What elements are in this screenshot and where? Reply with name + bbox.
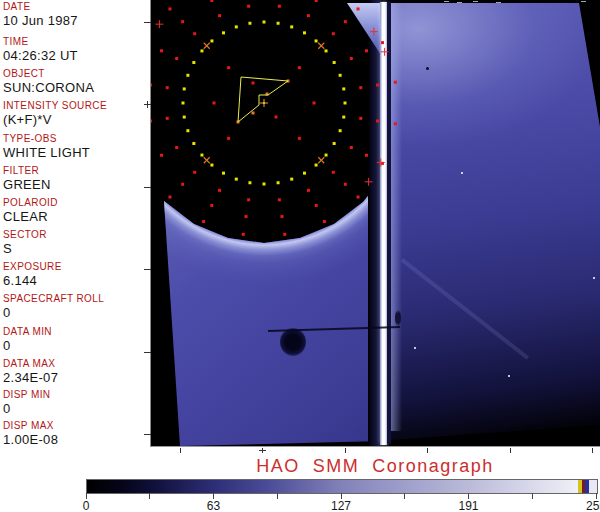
field-label: POLAROID bbox=[3, 198, 149, 208]
frame-tick-left bbox=[144, 352, 151, 353]
calibration-dot bbox=[290, 25, 293, 28]
calibration-dot bbox=[359, 86, 362, 89]
field-label: FILTER bbox=[3, 166, 149, 176]
field-value: 0 bbox=[3, 339, 149, 352]
calibration-dot bbox=[283, 233, 286, 236]
frame-tick-bottom bbox=[510, 448, 511, 453]
calibration-dot bbox=[298, 137, 301, 140]
metadata-field: SECTORS bbox=[3, 230, 149, 255]
calibration-dot bbox=[376, 119, 379, 122]
white-speck bbox=[461, 172, 463, 174]
frame-tick-left bbox=[144, 187, 151, 188]
field-label: SECTOR bbox=[3, 230, 149, 240]
field-value: SUN:CORONA bbox=[3, 81, 149, 94]
calibration-dot bbox=[248, 22, 251, 25]
calibration-dot bbox=[166, 117, 169, 120]
colorbar-tick bbox=[277, 493, 278, 499]
field-label: OBJECT bbox=[3, 69, 149, 79]
calibration-dot bbox=[222, 172, 225, 175]
metadata-field: TYPE-OBSWHITE LIGHT bbox=[3, 134, 149, 159]
calibration-dot bbox=[235, 178, 238, 181]
field-value: 0 bbox=[3, 402, 149, 415]
field-label: DISP MAX bbox=[3, 421, 149, 431]
colorbar-tick-label: 63 bbox=[194, 499, 234, 512]
calibration-dot bbox=[242, 233, 245, 236]
calibration-dot bbox=[252, 112, 255, 115]
calibration-dot bbox=[168, 196, 171, 199]
calibration-dot bbox=[394, 122, 397, 125]
field-value: 1.00E-08 bbox=[3, 433, 149, 446]
field-label: SPACECRAFT ROLL bbox=[3, 294, 149, 304]
calibration-dot bbox=[210, 164, 213, 167]
metadata-sidebar: DATE10 Jun 1987TIME04:26:32 UTOBJECTSUN:… bbox=[0, 0, 150, 455]
metadata-field: DISP MIN0 bbox=[3, 390, 149, 415]
calibration-dot bbox=[192, 142, 195, 145]
calibration-dot bbox=[218, 189, 221, 192]
field-value: 10 Jun 1987 bbox=[3, 14, 149, 27]
frame-tick-left-plus bbox=[147, 101, 148, 108]
calibration-dot bbox=[315, 164, 318, 167]
metadata-field: SPACECRAFT ROLL0 bbox=[3, 294, 149, 319]
calibration-dot bbox=[222, 31, 225, 34]
calibration-dot bbox=[183, 87, 186, 90]
calibration-dot bbox=[339, 129, 342, 132]
noise-dash bbox=[473, 1, 478, 2]
white-speck bbox=[593, 277, 595, 279]
calibration-dot bbox=[333, 61, 336, 64]
metadata-field: INTENSITY SOURCE(K+F)*V bbox=[3, 101, 149, 126]
colorbar-tick-label: 127 bbox=[321, 499, 361, 512]
field-value: CLEAR bbox=[3, 210, 149, 223]
calibration-dot bbox=[359, 117, 362, 120]
calibration-markers bbox=[151, 0, 600, 447]
field-value: 6.144 bbox=[3, 274, 149, 287]
calibration-dot bbox=[313, 102, 316, 105]
calibration-dot bbox=[277, 22, 280, 25]
calibration-dot bbox=[263, 102, 265, 104]
calibration-dot bbox=[344, 183, 347, 186]
frame-tick-bottom bbox=[592, 448, 593, 453]
colorbar-tick bbox=[149, 493, 150, 499]
metadata-field: DATA MIN0 bbox=[3, 327, 149, 352]
frame-tick-left bbox=[144, 22, 151, 23]
calibration-dot bbox=[166, 86, 169, 89]
noise-dash bbox=[496, 2, 501, 3]
calibration-dot bbox=[342, 87, 345, 90]
colorbar-tick-label: 0 bbox=[66, 499, 106, 512]
calibration-dot bbox=[325, 154, 328, 157]
colorbar-tick bbox=[404, 493, 405, 499]
frame-tick-bottom bbox=[345, 448, 346, 453]
field-label: DISP MIN bbox=[3, 390, 149, 400]
colorbar-stripe bbox=[589, 480, 597, 493]
calibration-dot bbox=[218, 14, 221, 17]
frame-tick-bottom bbox=[427, 448, 428, 453]
calibration-dot bbox=[235, 25, 238, 28]
frame-tick-left bbox=[144, 434, 151, 435]
field-value: (K+F)*V bbox=[3, 113, 149, 126]
calibration-dot bbox=[325, 49, 328, 52]
metadata-field: DATA MAX2.34E-07 bbox=[3, 359, 149, 384]
calibration-dot bbox=[175, 146, 178, 149]
calibration-dot bbox=[181, 20, 184, 23]
metadata-field: TIME04:26:32 UT bbox=[3, 37, 149, 62]
calibration-dot bbox=[365, 49, 368, 52]
colorbar-tick-label: 191 bbox=[449, 499, 489, 512]
calibration-dot bbox=[277, 181, 280, 184]
calibration-dot bbox=[280, 215, 283, 218]
coronagraph-image bbox=[150, 0, 600, 447]
calibration-dot bbox=[303, 172, 306, 175]
calibration-dot bbox=[160, 154, 163, 157]
calibration-dot bbox=[298, 66, 301, 69]
intensity-colorbar bbox=[86, 479, 598, 494]
field-value: 0 bbox=[3, 306, 149, 319]
calibration-dot bbox=[192, 61, 195, 64]
calibration-dot bbox=[323, 220, 326, 223]
calibration-dot bbox=[210, 39, 213, 42]
calibration-dot bbox=[168, 7, 171, 10]
calibration-dot bbox=[303, 31, 306, 34]
noise-dash bbox=[457, 2, 462, 3]
calibration-dot bbox=[357, 196, 360, 199]
calibration-dot bbox=[344, 20, 347, 23]
calibration-dot bbox=[278, 5, 281, 8]
calibration-dot bbox=[151, 119, 152, 122]
metadata-field: DISP MAX1.00E-08 bbox=[3, 421, 149, 446]
